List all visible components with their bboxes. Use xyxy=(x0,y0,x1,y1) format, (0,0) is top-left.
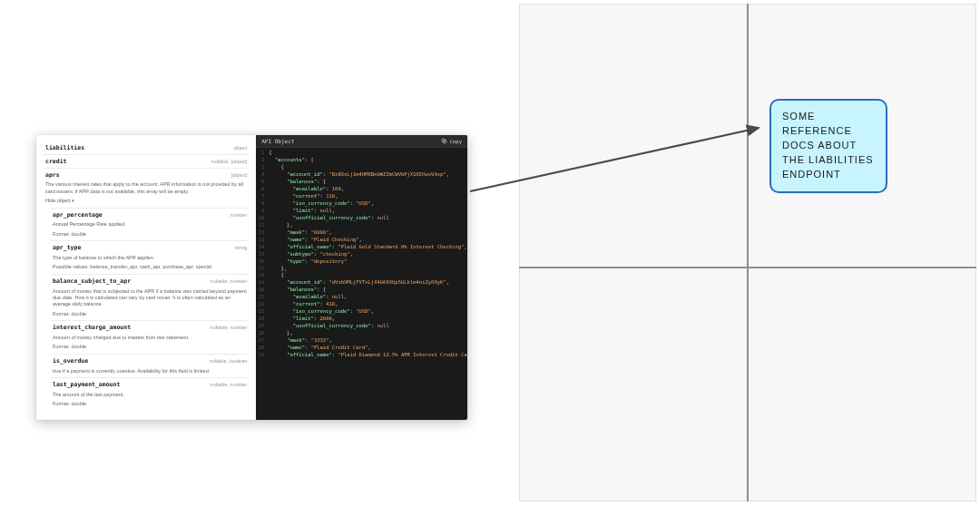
line-number: 6 xyxy=(256,186,269,193)
code-line: 21 "available": null, xyxy=(256,294,467,301)
code-content: "account_id": "dVzbVMLjFVTnLjX4G66XUp5GL… xyxy=(269,279,449,287)
code-line: 6 "available": 100, xyxy=(256,186,467,193)
code-line: 26 }, xyxy=(256,330,467,337)
field-desc: The type of balance to which the APR app… xyxy=(51,254,249,264)
field-type: string xyxy=(235,245,247,251)
line-number: 7 xyxy=(256,193,269,200)
code-content: "limit": null, xyxy=(269,208,335,215)
line-number: 21 xyxy=(256,294,269,301)
code-content: "mask": "3333", xyxy=(269,337,332,345)
code-content: "name": "Plaid Checking", xyxy=(269,237,362,244)
code-header-title: API Object xyxy=(261,138,294,144)
code-content: "official_name": "Plaid Diamond 12.5% AP… xyxy=(269,352,467,359)
code-line: 24 "limit": 2000, xyxy=(256,316,467,323)
code-content: "limit": 2000, xyxy=(269,316,335,323)
code-content: "current": 110, xyxy=(269,193,338,200)
field-type: nullable, number xyxy=(211,325,248,331)
field-format: Format: double xyxy=(51,231,249,240)
code-content: "accounts": [ xyxy=(269,157,314,164)
copy-button[interactable]: Copy xyxy=(441,138,462,144)
code-content: "available": null, xyxy=(269,294,347,301)
code-line: 19 "account_id": "dVzbVMLjFVTnLjX4G66XUp… xyxy=(256,279,467,287)
code-line: 12 "mask": "0000", xyxy=(256,229,467,237)
code-line: 25 "unofficial_currency_code": null xyxy=(256,323,467,330)
field-name: aprs xyxy=(45,171,60,180)
line-number: 22 xyxy=(256,301,269,308)
field-format: Format: double xyxy=(51,344,249,353)
field-name: interest_charge_amount xyxy=(53,324,131,332)
code-line: 1{ xyxy=(256,150,467,157)
code-line: 22 "current": 410, xyxy=(256,301,467,308)
code-line: 16 "type": "depository" xyxy=(256,258,467,266)
line-number: 9 xyxy=(256,208,269,215)
code-line: 20 "balances": { xyxy=(256,287,467,294)
field-desc: The amount of the last payment. xyxy=(51,391,249,401)
field-desc: Annual Percentage Rate applied. xyxy=(51,220,249,230)
field-type: number xyxy=(230,212,248,219)
line-number: 20 xyxy=(256,287,269,294)
line-number: 4 xyxy=(256,171,269,179)
code-content: "unofficial_currency_code": null xyxy=(269,323,388,330)
code-content: "mask": "0000", xyxy=(269,229,332,237)
field-format: Format: double xyxy=(51,401,249,410)
line-number: 18 xyxy=(256,272,269,279)
field-name: credit xyxy=(45,158,66,166)
field-name: liabilities xyxy=(45,144,84,152)
field-desc: true if a payment is currently overdue. … xyxy=(51,367,249,377)
code-content: "balances": { xyxy=(269,287,326,294)
field-name: apr_type xyxy=(53,244,81,252)
code-content: "balances": { xyxy=(269,179,326,186)
line-number: 24 xyxy=(256,316,269,323)
line-number: 14 xyxy=(256,244,269,251)
code-content: "iso_currency_code": "USD", xyxy=(269,200,374,208)
annotation-note: Some reference docs about the liabilitie… xyxy=(769,99,887,193)
field-apr-type: apr_type string xyxy=(51,240,249,254)
code-line: 9 "limit": null, xyxy=(256,208,467,215)
field-interest-charge-amount: interest_charge_amount nullable, number xyxy=(51,320,249,334)
field-desc: Amount of money that is subjected to the… xyxy=(51,287,249,311)
copy-label: Copy xyxy=(450,139,462,144)
field-type: nullable, [object] xyxy=(211,159,248,165)
hide-object-toggle[interactable]: Hide object xyxy=(44,198,249,207)
code-content: "account_id": "BxBXxLj1m4HMXBm9WZZmCWVbP… xyxy=(269,171,449,179)
code-content: }, xyxy=(269,266,287,273)
code-line: 13 "name": "Plaid Checking", xyxy=(256,237,467,244)
code-content: { xyxy=(269,272,284,279)
line-number: 12 xyxy=(256,229,269,237)
line-number: 3 xyxy=(256,164,269,171)
line-number: 10 xyxy=(256,215,269,222)
line-number: 16 xyxy=(256,258,269,266)
code-line: 10 "unofficial_currency_code": null xyxy=(256,215,467,222)
field-aprs: aprs [object] xyxy=(44,168,249,181)
line-number: 26 xyxy=(256,330,269,337)
code-line: 3 { xyxy=(256,164,467,171)
code-line: 11 }, xyxy=(256,222,467,229)
code-content: "subtype": "checking", xyxy=(269,251,353,258)
line-number: 1 xyxy=(256,150,269,157)
line-number: 23 xyxy=(256,308,269,316)
field-name: apr_percentage xyxy=(53,211,103,219)
line-number: 28 xyxy=(256,345,269,352)
line-number: 2 xyxy=(256,157,269,164)
field-type: nullable, number xyxy=(211,278,248,285)
field-name: is_overdue xyxy=(53,357,88,365)
field-credit: credit nullable, [object] xyxy=(44,154,249,168)
code-content: "name": "Plaid Credit Card", xyxy=(269,345,371,352)
code-line: 29 "official_name": "Plaid Diamond 12.5%… xyxy=(256,352,467,359)
field-desc: Amount of money charged due to interest … xyxy=(51,334,249,344)
code-body: 1{2 "accounts": [3 {4 "account_id": "BxB… xyxy=(256,148,467,420)
field-name: last_payment_amount xyxy=(53,381,120,389)
field-format: Format: double xyxy=(51,311,249,320)
field-is-overdue: is_overdue nullable, boolean xyxy=(51,354,249,367)
code-content: "official_name": "Plaid Gold Standard 0%… xyxy=(269,244,467,251)
code-line: 15 "subtype": "checking", xyxy=(256,251,467,258)
code-line: 7 "current": 110, xyxy=(256,193,467,200)
field-type: nullable, number xyxy=(211,382,248,388)
quadrant-vertical-divider xyxy=(747,4,749,501)
code-content: "current": 410, xyxy=(269,301,338,308)
code-pane: API Object Copy 1{2 "accounts": [3 {4 "a… xyxy=(256,135,467,420)
copy-icon xyxy=(441,138,447,144)
field-liabilities: liabilities object xyxy=(44,139,249,154)
code-line: 2 "accounts": [ xyxy=(256,157,467,164)
code-line: 4 "account_id": "BxBXxLj1m4HMXBm9WZZmCWV… xyxy=(256,171,467,179)
